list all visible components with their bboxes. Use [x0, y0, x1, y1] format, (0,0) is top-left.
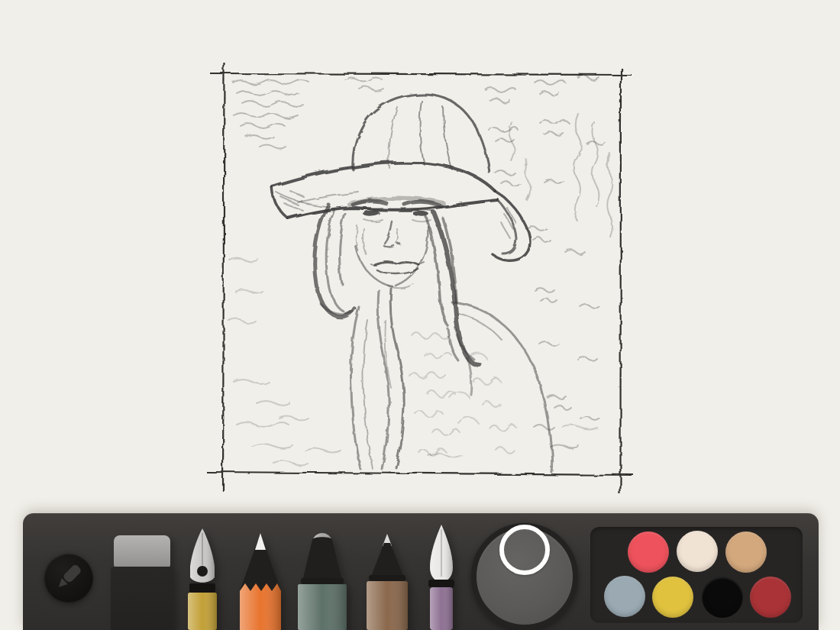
- palette-swatch-darkred[interactable]: [750, 577, 791, 618]
- palette-swatch-bluegray[interactable]: [604, 576, 645, 617]
- pencil-tool[interactable]: [236, 531, 285, 630]
- drawing-canvas[interactable]: [0, 0, 840, 513]
- portrait-sketch: [0, 0, 840, 513]
- eraser-body: [111, 567, 173, 630]
- marker-tool[interactable]: [292, 531, 353, 630]
- palette-swatch-cream[interactable]: [677, 531, 718, 572]
- paper-grain: [0, 0, 840, 513]
- fountain-pen-tool[interactable]: [179, 527, 225, 630]
- palette-swatch-coral[interactable]: [628, 531, 669, 573]
- eraser-cap: [114, 535, 170, 570]
- palette-swatch-tan[interactable]: [725, 531, 767, 573]
- palette-swatch-yellow[interactable]: [652, 577, 693, 618]
- mixer-ring-icon: [499, 525, 550, 575]
- fineliner-tool[interactable]: [364, 532, 410, 630]
- color-mixer-button[interactable]: [471, 523, 578, 630]
- palette-swatch-black[interactable]: [702, 577, 743, 618]
- tool-tray: [23, 513, 819, 630]
- brush-tool[interactable]: [422, 523, 460, 630]
- color-palette: [590, 527, 803, 623]
